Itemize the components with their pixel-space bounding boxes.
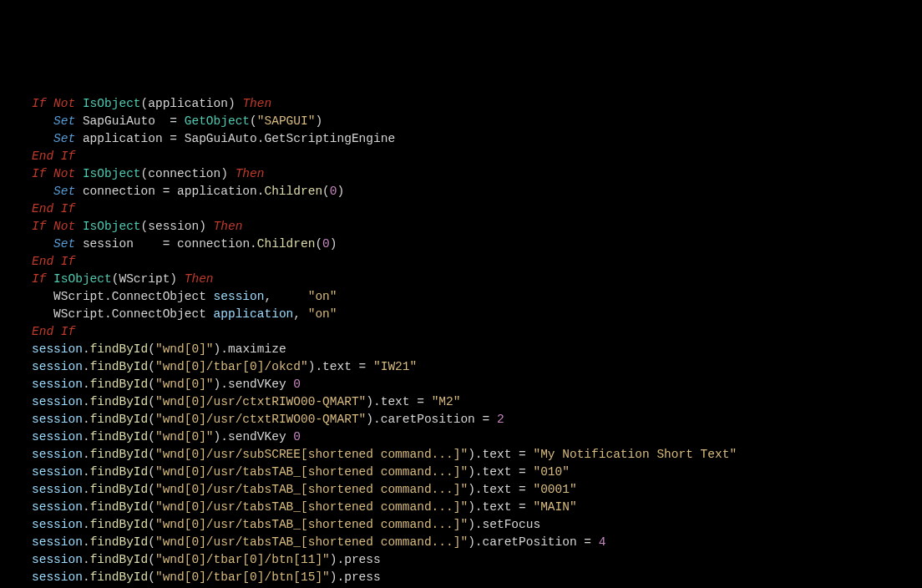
fn-findbyid: findById — [90, 342, 149, 356]
ident-application: application — [148, 97, 228, 110]
string-ctxt-qmart: "wnd[0]/usr/ctxtRIWO00-QMART" — [155, 395, 366, 408]
fn-isobject: IsObject — [83, 97, 141, 110]
number-four: 4 — [599, 535, 606, 549]
string-0001: "0001" — [533, 483, 576, 496]
string-tabstab: "wnd[0]/usr/tabsTAB_[shortened command..… — [155, 465, 468, 479]
fn-getobject: GetObject — [185, 114, 250, 128]
keyword-end: End — [32, 150, 53, 163]
keyword-set: Set — [53, 114, 75, 128]
code-block: If Not IsObject(application) Then Set Sa… — [32, 95, 890, 586]
number-zero: 0 — [330, 185, 337, 198]
string-subscree: "wnd[0]/usr/subSCREE[shortened command..… — [155, 448, 468, 461]
string-m2: "M2" — [432, 395, 461, 408]
keyword-then: Then — [242, 97, 271, 110]
string-btn11: "wnd[0]/tbar[0]/btn[11]" — [155, 553, 330, 566]
string-main: "MAIN" — [533, 500, 576, 514]
fn-children: Children — [264, 185, 322, 198]
string-notif: "My Notification Short Text" — [533, 448, 737, 461]
string-on: "on" — [308, 290, 337, 303]
string-sapgui: "SAPGUI" — [257, 114, 316, 128]
string-tbar-okcd: "wnd[0]/tbar[0]/okcd" — [155, 360, 308, 373]
keyword-if: If — [32, 97, 46, 110]
keyword-set: Set — [53, 132, 75, 145]
ident-maximize: maximize — [228, 342, 286, 356]
ident-session: session — [148, 220, 199, 233]
ident-wscript: WScript — [119, 272, 170, 286]
ident-sapguiauto: SapGuiAuto — [83, 114, 155, 128]
ident-connectobject: ConnectObject — [112, 290, 206, 303]
string-010: "010" — [533, 465, 570, 479]
string-btn15: "wnd[0]/tbar[0]/btn[15]" — [155, 570, 330, 584]
ident-setfocus: setFocus — [483, 518, 541, 531]
ident-connection: connection — [148, 167, 220, 180]
keyword-not: Not — [53, 97, 75, 110]
ident-press: press — [344, 553, 381, 566]
string-wnd0: "wnd[0]" — [155, 342, 214, 356]
ident-application: application — [83, 132, 163, 145]
string-iw21: "IW21" — [373, 360, 417, 373]
ident-getscriptingengine: GetScriptingEngine — [264, 132, 395, 145]
number-two: 2 — [497, 413, 504, 426]
ident-text: text — [322, 360, 352, 373]
ident-caretposition: caretPosition — [381, 413, 475, 426]
ident-sendvkey: sendVKey — [228, 378, 286, 391]
